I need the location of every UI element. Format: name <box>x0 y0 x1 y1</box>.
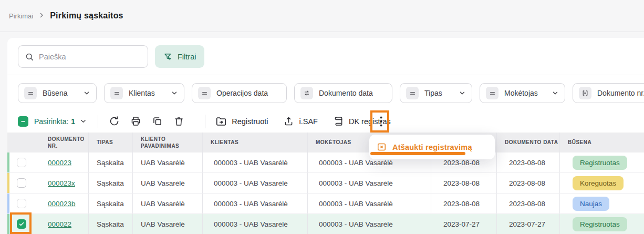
chevron-down-icon[interactable] <box>79 117 87 125</box>
row-checkbox[interactable] <box>17 178 26 188</box>
trash-icon[interactable] <box>173 116 184 127</box>
cell-klientas: 000003 - UAB Vasarėlė <box>202 173 307 193</box>
cell-tipas: Sąskaita <box>88 194 132 213</box>
filter-chip-klientas[interactable]: Klientas <box>104 83 184 103</box>
row-checkbox[interactable] <box>17 158 26 167</box>
status-badge: Naujas <box>573 197 609 211</box>
isaf-button-label: i.SAF <box>299 117 317 126</box>
table-row[interactable]: 000022 Sąskaita UAB Vasarėlė 000003 - UA… <box>7 214 644 234</box>
cell-operacijos-data: 2023-08-08 <box>431 194 496 213</box>
chevron-down-icon <box>83 89 90 97</box>
cell-moketojas: 000003 - UAB Vasarėlė <box>307 173 431 193</box>
select-all-checkbox[interactable] <box>18 116 28 127</box>
cell-dokumento-data: 2023-08-08 <box>496 194 559 213</box>
copy-icon[interactable] <box>151 116 163 127</box>
cell-klientas: 000003 - UAB Vasarėlė <box>202 194 307 213</box>
context-menu-item[interactable]: Atšaukti registravimą <box>392 143 472 151</box>
status-stripe <box>7 173 9 193</box>
cancel-registration-icon <box>377 142 387 152</box>
print-icon[interactable] <box>130 116 141 127</box>
status-stripe <box>7 194 9 213</box>
breadcrumb: Pirkimai Pirkimų sąskaitos <box>0 0 644 32</box>
content-card: Filtrai Būsena Klientas Operacijos data … <box>7 38 644 234</box>
header-dokumento-data[interactable]: DOKUMENTO DATA <box>496 133 559 152</box>
document-link[interactable]: 000023x <box>48 179 75 187</box>
filter-chip-dokumento-nr[interactable]: Dokumento nr. <box>573 83 644 103</box>
cell-operacijos-data: 2023-07-27 <box>431 214 496 234</box>
cell-kliento-pavadinimas: UAB Vasarėlė <box>132 152 202 172</box>
status-badge: Registruotas <box>573 217 627 231</box>
header-divider <box>0 32 644 32</box>
selected-label: Pasirinkta: <box>34 117 68 126</box>
cell-moketojas: 000003 - UAB Vasarėlė <box>307 214 431 234</box>
cell-klientas: 000003 - UAB Vasarėlė <box>202 152 307 172</box>
filter-chip-operacijos-data[interactable]: Operacijos data <box>192 83 287 103</box>
equals-icon <box>406 87 419 99</box>
purchases-invoices-page: Pirkimai Pirkimų sąskaitos Filtrai <box>0 0 644 234</box>
header-klientas[interactable]: KLIENTAS <box>202 133 307 152</box>
ledger-icon <box>333 116 344 127</box>
equals-icon <box>486 87 498 99</box>
annotation-underline <box>370 152 465 155</box>
row-checkbox[interactable] <box>17 219 26 229</box>
cell-kliento-pavadinimas: UAB Vasarėlė <box>132 173 202 193</box>
isaf-button[interactable]: i.SAF <box>283 116 317 127</box>
funnel-icon <box>163 52 173 62</box>
refresh-icon[interactable] <box>108 116 120 127</box>
filter-chip-dokumento-data[interactable]: Dokumento data <box>294 83 392 103</box>
cell-kliento-pavadinimas: UAB Vasarėlė <box>132 214 202 234</box>
filter-chip-moketojas[interactable]: Mokėtojas <box>480 83 565 103</box>
swap-arrows-icon <box>300 87 313 99</box>
row-checkbox[interactable] <box>17 199 26 208</box>
filter-chip-busena[interactable]: Būsena <box>18 83 97 103</box>
filter-chip-label: Operacijos data <box>216 89 268 97</box>
filter-chip-tipas[interactable]: Tipas <box>400 83 472 103</box>
header-checkbox-cell <box>7 133 40 152</box>
table-row[interactable]: 000023b Sąskaita UAB Vasarėlė 000003 - U… <box>7 194 644 214</box>
filter-chip-label: Mokėtojas <box>504 89 538 97</box>
search-icon <box>25 52 34 62</box>
document-link[interactable]: 000022 <box>48 220 71 228</box>
register-button-label: Registruoti <box>232 117 268 126</box>
search-input[interactable] <box>39 53 141 61</box>
toolbar-divider <box>205 115 205 128</box>
breadcrumb-parent[interactable]: Pirkimai <box>9 12 33 20</box>
filters-button[interactable]: Filtrai <box>155 45 204 68</box>
table-row[interactable]: 000023x Sąskaita UAB Vasarėlė 000003 - U… <box>7 173 644 194</box>
chevron-down-icon <box>552 89 559 97</box>
folder-arrow-icon <box>215 116 227 127</box>
search-row: Filtrai <box>7 38 644 75</box>
document-link[interactable]: 000023b <box>48 200 76 208</box>
cell-dokumento-data: 2023-07-27 <box>496 214 559 234</box>
cell-dokumento-data: 2023-08-08 <box>496 152 559 172</box>
equals-icon <box>24 87 37 99</box>
selected-count: 1 <box>71 117 75 126</box>
invoices-table: DOKUMENTO NR. TIPAS KLIENTO PAVADINIMAS … <box>7 133 644 234</box>
header-busena[interactable]: BŪSENA <box>559 133 644 152</box>
status-badge: Koreguotas <box>573 176 624 190</box>
equals-icon <box>110 87 123 99</box>
chevron-down-icon <box>171 89 178 97</box>
cell-operacijos-data: 2023-08-08 <box>431 173 496 193</box>
search-input-wrapper <box>18 45 148 68</box>
brackets-icon <box>579 87 591 99</box>
register-button[interactable]: Registruoti <box>215 116 268 127</box>
breadcrumb-chevron-icon <box>38 12 45 18</box>
table-row[interactable]: 000023 Sąskaita UAB Vasarėlė 000003 - UA… <box>7 152 644 173</box>
header-dokumento-nr[interactable]: DOKUMENTO NR. <box>40 133 88 152</box>
cell-moketojas: 000003 - UAB Vasarėlė <box>307 194 431 213</box>
header-tipas[interactable]: TIPAS <box>88 133 132 152</box>
status-badge: Registruotas <box>573 156 627 170</box>
equals-icon <box>198 87 211 99</box>
document-link[interactable]: 000023 <box>48 159 71 167</box>
header-kliento-pavadinimas[interactable]: KLIENTO PAVADINIMAS <box>132 133 202 152</box>
filters-button-label: Filtrai <box>178 53 196 61</box>
table-header-row: DOKUMENTO NR. TIPAS KLIENTO PAVADINIMAS … <box>7 133 644 152</box>
cell-tipas: Sąskaita <box>88 214 132 234</box>
filter-chip-label: Tipas <box>424 89 442 97</box>
filter-chip-label: Dokumento data <box>319 89 373 97</box>
filter-chip-label: Dokumento nr. <box>597 89 644 97</box>
kebab-menu-icon[interactable] <box>374 113 388 130</box>
chevron-down-icon <box>459 89 466 97</box>
page-title: Pirkimų sąskaitos <box>50 11 123 21</box>
